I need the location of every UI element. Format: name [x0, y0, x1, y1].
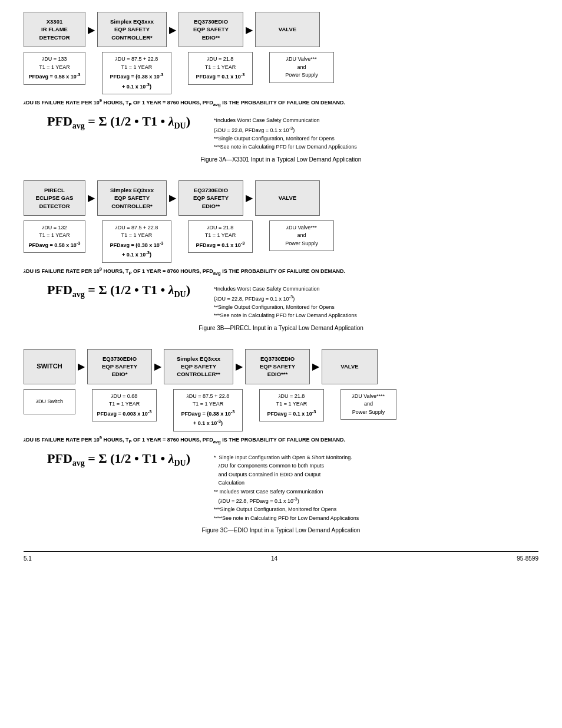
fig3b-block-valve: VALVE [255, 180, 320, 216]
fig3c-data-edio1: λDU = 0.68T1 = 1 YEARPFDavg = 0.003 x 10… [92, 389, 157, 422]
fig3b-arrow-2: ▶ [167, 192, 178, 203]
fig3c-formula-notes: * Single Input Configuration with Open &… [214, 451, 359, 522]
fig3a-data-row: λDU = 133T1 = 1 YEARPFDavg = 0.58 x 10-3… [24, 52, 538, 94]
fig3a-formula-notes: *Includes Worst Case Safety Communicatio… [214, 114, 357, 151]
fig3a-formula: PFDavg = Σ (1/2 • T1 • λDU) [47, 114, 190, 131]
fig3b-data-valve: λDU Valve***andPower Supply [269, 220, 334, 252]
fig3a-diagram-row: X3301IR FLAMEDETECTOR ▶ Simplex EQ3xxxEQ… [24, 12, 538, 47]
footer-right: 95-8599 [517, 555, 538, 562]
fig3b-data-edio: λDU = 21.8T1 = 1 YEARPFDavg = 0.1 x 10-3 [188, 220, 253, 253]
fig3b-arrow-3: ▶ [243, 192, 255, 203]
fig3b-footnote: λDU IS FAILURE RATE PER 109 HOURS, TP OF… [24, 266, 538, 276]
fig3a-data-eq3xxx: λDU = 87.5 + 22.8T1 = 1 YEARPFDavg = (0.… [102, 52, 171, 94]
fig3b-data-pirecl: λDU = 132T1 = 1 YEARPFDavg = 0.58 x 10-3 [24, 220, 85, 253]
fig3c-data-valve: λDU Valve****andPower Supply [340, 389, 396, 420]
fig3b-data-row: λDU = 132T1 = 1 YEARPFDavg = 0.58 x 10-3… [24, 220, 538, 263]
fig3c-data-eq3xxx: λDU = 87.5 + 22.8T1 = 1 YEARPFDavg = (0.… [173, 389, 243, 431]
fig3a-caption: Figure 3A—X3301 Input in a Typical Low D… [24, 156, 538, 163]
footer-left: 5.1 [24, 555, 32, 562]
fig3a-block-x3301: X3301IR FLAMEDETECTOR [24, 12, 85, 47]
fig3b-diagram-row: PIRECLECLIPSE GASDETECTOR ▶ Simplex EQ3x… [24, 180, 538, 216]
fig3c-footnote: λDU IS FAILURE RATE PER 109 HOURS, TP OF… [24, 435, 538, 445]
fig3c-data-edio2: λDU = 21.8T1 = 1 YEARPFDavg = 0.1 x 10-3 [259, 389, 324, 422]
figure-3c-section: SWITCH ▶ EQ3730EDIOEQP SAFETYEDIO* ▶ Sim… [24, 349, 538, 533]
fig3c-block-edio2: EQ3730EDIOEQP SAFETYEDIO*** [245, 349, 310, 384]
fig3c-data-switch: λDU Switch [24, 389, 75, 415]
fig3a-data-edio: λDU = 21.8T1 = 1 YEARPFDavg = 0.1 x 10-3 [188, 52, 253, 85]
page-content: X3301IR FLAMEDETECTOR ▶ Simplex EQ3xxxEQ… [24, 12, 538, 562]
fig3b-block-eq3xxx: Simplex EQ3xxxEQP SAFETYCONTROLLER* [97, 180, 167, 216]
fig3b-block-pirecl: PIRECLECLIPSE GASDETECTOR [24, 180, 85, 216]
fig3a-data-x3301: λDU = 133T1 = 1 YEARPFDavg = 0.58 x 10-3 [24, 52, 85, 85]
fig3c-arrow-2: ▶ [152, 361, 164, 372]
fig3c-block-valve: VALVE [322, 349, 378, 384]
page-footer: 5.1 14 95-8599 [24, 551, 538, 562]
fig3a-arrow-1: ▶ [85, 24, 97, 35]
fig3c-arrow-3: ▶ [233, 361, 245, 372]
fig3b-data-eq3xxx: λDU = 87.5 + 22.8T1 = 1 YEARPFDavg = (0.… [102, 220, 171, 263]
fig3c-diagram-row: SWITCH ▶ EQ3730EDIOEQP SAFETYEDIO* ▶ Sim… [24, 349, 538, 384]
fig3c-arrow-1: ▶ [75, 361, 87, 372]
footer-center: 14 [271, 555, 277, 562]
fig3c-block-eq3xxx: Simplex EQ3xxxEQP SAFETYCONTROLLER** [164, 349, 233, 384]
fig3b-caption: Figure 3B—PIRECL Input in a Typical Low … [24, 325, 538, 331]
fig3a-formula-section: PFDavg = Σ (1/2 • T1 • λDU) *Includes Wo… [47, 114, 538, 151]
figure-3b-section: PIRECLECLIPSE GASDETECTOR ▶ Simplex EQ3x… [24, 180, 538, 331]
fig3c-arrow-4: ▶ [310, 361, 322, 372]
fig3b-formula-notes: *Includes Worst Case Safety Communicatio… [214, 282, 357, 320]
fig3b-formula-section: PFDavg = Σ (1/2 • T1 • λDU) *Includes Wo… [47, 282, 538, 320]
figure-3a-section: X3301IR FLAMEDETECTOR ▶ Simplex EQ3xxxEQ… [24, 12, 538, 163]
fig3a-block-valve: VALVE [255, 12, 320, 47]
fig3a-data-valve: λDU Valve***andPower Supply [269, 52, 334, 83]
fig3c-caption: Figure 3C—EDIO Input in a Typical Low De… [24, 527, 538, 533]
fig3c-block-switch: SWITCH [24, 349, 75, 384]
fig3a-block-edio: EQ3730EDIOEQP SAFETYEDIO** [178, 12, 243, 47]
fig3a-arrow-3: ▶ [243, 24, 255, 35]
fig3c-formula: PFDavg = Σ (1/2 • T1 • λDU) [47, 451, 190, 468]
fig3c-formula-section: PFDavg = Σ (1/2 • T1 • λDU) * Single Inp… [47, 451, 538, 522]
fig3c-block-edio1: EQ3730EDIOEQP SAFETYEDIO* [87, 349, 152, 384]
fig3b-arrow-1: ▶ [85, 192, 97, 203]
fig3b-block-edio: EQ3730EDIOEQP SAFETYEDIO** [178, 180, 243, 216]
fig3a-block-eq3xxx: Simplex EQ3xxxEQP SAFETYCONTROLLER* [97, 12, 167, 47]
fig3a-arrow-2: ▶ [167, 24, 178, 35]
fig3a-footnote: λDU IS FAILURE RATE PER 109 HOURS, TP OF… [24, 98, 538, 108]
fig3c-data-row: λDU Switch λDU = 0.68T1 = 1 YEARPFDavg =… [24, 389, 538, 431]
fig3b-formula: PFDavg = Σ (1/2 • T1 • λDU) [47, 282, 190, 299]
